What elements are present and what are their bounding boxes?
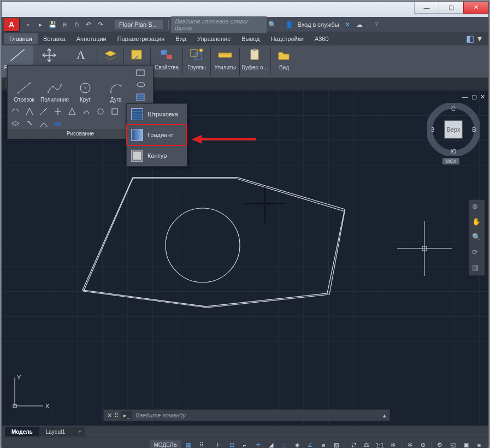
status-scale-label[interactable]: 1:1: [374, 440, 386, 449]
app-logo[interactable]: A: [4, 18, 19, 31]
status-workspace-icon[interactable]: ✲: [404, 440, 416, 449]
flyout-item-boundary[interactable]: Контур: [127, 145, 187, 166]
ucs-icon[interactable]: X Y: [9, 373, 49, 412]
status-modelspace[interactable]: МОДЕЛЬ: [150, 440, 181, 449]
status-hardware-icon[interactable]: ⚙: [434, 440, 446, 449]
mini-tool-11[interactable]: [11, 119, 20, 128]
tool-ellipse-icon[interactable]: [135, 81, 147, 91]
qat-open-icon[interactable]: ▸: [35, 19, 46, 30]
exchange-icon[interactable]: ✕: [342, 19, 353, 30]
svg-text:Y: Y: [17, 374, 21, 381]
mini-tool-6[interactable]: [82, 107, 91, 116]
mini-tool-5[interactable]: [68, 107, 76, 116]
tool-rectangle-icon[interactable]: [135, 69, 147, 79]
ribbon-panel-view[interactable]: Вид: [271, 45, 297, 78]
svg-point-40: [85, 87, 86, 89]
svg-point-36: [29, 82, 31, 84]
status-3dosnap-icon[interactable]: ◈: [291, 440, 303, 449]
a360-icon[interactable]: ☁: [354, 19, 365, 30]
qat-undo-icon[interactable]: ↶: [83, 19, 94, 30]
status-lineweight-icon[interactable]: ≡: [317, 440, 329, 449]
status-annoscale[interactable]: ⚖: [361, 440, 373, 449]
status-transparency-icon[interactable]: ▨: [330, 440, 343, 449]
qat-plot-icon[interactable]: ⎙: [71, 19, 82, 30]
tab-model[interactable]: Модель: [5, 427, 39, 437]
status-iso-icon[interactable]: ◢: [265, 440, 277, 449]
ribbon-tab-manage[interactable]: Управление: [192, 33, 236, 44]
tab-add-layout[interactable]: +: [72, 427, 85, 437]
ribbon-tab-annotate[interactable]: Аннотации: [71, 33, 112, 44]
hatch-flyout-menu: Штриховка Градиент Контур: [126, 103, 187, 167]
mini-tool-2[interactable]: [25, 107, 34, 116]
svg-rect-5: [167, 55, 172, 59]
line-icon: [8, 46, 27, 64]
status-isolate-icon[interactable]: ◱: [447, 440, 459, 449]
mini-tool-14[interactable]: [54, 119, 62, 128]
cli-close-icon[interactable]: ✕: [107, 412, 112, 419]
tab-layout1[interactable]: Layout1: [39, 427, 72, 437]
status-clean-icon[interactable]: ▣: [460, 440, 472, 449]
flyout-item-gradient[interactable]: Градиент: [127, 125, 187, 145]
ribbon-panel-groups[interactable]: Группы: [183, 45, 210, 78]
status-grid-icon[interactable]: ▦: [182, 440, 194, 449]
qat-save-icon[interactable]: 💾: [47, 19, 58, 30]
ribbon-panel-utilities[interactable]: Утилиты: [211, 45, 239, 78]
text-icon: A: [71, 46, 91, 64]
qat-redo-icon[interactable]: ↷: [95, 19, 106, 30]
layers-icon: [101, 46, 120, 64]
mini-tool-13[interactable]: [39, 119, 48, 128]
status-customize-icon[interactable]: ≡: [473, 440, 485, 449]
signin-icon[interactable]: 👤: [284, 19, 295, 30]
tool-line[interactable]: Отрезок: [10, 80, 38, 103]
status-snap-icon[interactable]: ⠿: [196, 440, 208, 449]
status-ortho-icon[interactable]: ⌐: [239, 440, 251, 449]
ribbon-tab-home[interactable]: Главная: [4, 33, 38, 44]
window-maximize-button[interactable]: ▢: [439, 2, 464, 14]
ribbon-tab-output[interactable]: Вывод: [236, 33, 265, 44]
mini-tool-3[interactable]: [39, 107, 48, 116]
window-minimize-button[interactable]: —: [414, 2, 439, 14]
signin-label[interactable]: Вход в службы: [298, 21, 339, 28]
status-osnap-icon[interactable]: □: [278, 440, 290, 449]
qat-new-icon[interactable]: ▫: [23, 19, 34, 30]
tool-arc[interactable]: Дуга: [102, 80, 130, 103]
status-dynamic-icon[interactable]: ⊡: [226, 440, 238, 449]
status-ws-switch-icon[interactable]: ⊕: [417, 440, 429, 449]
cli-recent-icon[interactable]: ▴: [380, 412, 389, 419]
polyline-tool-icon: [46, 80, 63, 96]
status-infer-icon[interactable]: ⊦: [212, 440, 225, 449]
ribbon-panel-clipboard[interactable]: Буфер о…: [240, 45, 270, 78]
ribbon-tab-a360[interactable]: A360: [309, 33, 334, 44]
mini-tool-12[interactable]: [25, 119, 34, 128]
status-otrack-icon[interactable]: ∠: [304, 440, 316, 449]
svg-point-35: [17, 92, 19, 94]
flyout-item-hatch[interactable]: Штриховка: [127, 104, 187, 125]
svg-point-41: [110, 92, 112, 93]
ribbon-featured-apps-icon[interactable]: ◧: [466, 33, 474, 44]
ribbon-tab-parametric[interactable]: Параметризация: [112, 33, 170, 44]
ribbon-panel-properties[interactable]: Свойства: [151, 45, 182, 78]
mini-tool-7[interactable]: [96, 107, 105, 116]
mini-tool-8[interactable]: [110, 107, 119, 116]
help-icon[interactable]: ?: [371, 19, 382, 30]
tool-hatch-icon[interactable]: [135, 93, 147, 103]
status-polar-icon[interactable]: ✛: [252, 440, 264, 449]
tool-circle[interactable]: Круг: [71, 80, 99, 103]
qat-saveas-icon[interactable]: ⎘: [59, 19, 70, 30]
ribbon-tab-insert[interactable]: Вставка: [38, 33, 71, 44]
search-icon[interactable]: 🔍: [267, 19, 278, 30]
ribbon-collapse-icon[interactable]: ▾: [477, 33, 482, 44]
mini-tool-4[interactable]: [54, 107, 62, 116]
mini-tool-1[interactable]: [11, 107, 20, 116]
tool-polyline[interactable]: Полилиния: [40, 80, 69, 103]
window-close-button[interactable]: ✕: [463, 2, 488, 14]
command-line[interactable]: ✕⠿ ▸_ Введите команду ▴: [103, 409, 390, 421]
svg-point-54: [12, 122, 19, 125]
ribbon-tab-addins[interactable]: Надстройки: [265, 33, 309, 44]
status-cycling-icon[interactable]: ⇄: [347, 440, 359, 449]
status-annomonitor-icon[interactable]: ✲: [387, 440, 399, 449]
ribbon-tab-view[interactable]: Вид: [170, 33, 192, 44]
svg-point-8: [199, 49, 203, 52]
cli-handle-icon[interactable]: ⠿: [114, 412, 118, 419]
search-input[interactable]: Введите ключевое слово/фразу: [171, 16, 267, 33]
